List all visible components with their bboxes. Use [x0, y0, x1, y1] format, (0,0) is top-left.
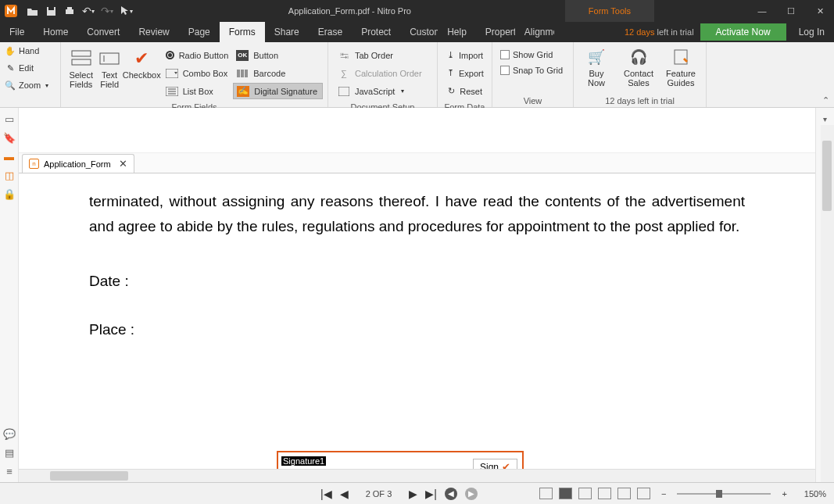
vertical-scrollbar[interactable] — [821, 125, 834, 482]
export-button[interactable]: ⤒Export — [442, 65, 487, 81]
maximize-icon[interactable]: ☐ — [777, 0, 805, 22]
zoom-tool[interactable]: 🔍Zoom▾ — [0, 77, 60, 94]
bookmarks-panel-icon[interactable]: 🔖 — [3, 131, 16, 144]
activate-button[interactable]: Activate Now — [700, 23, 786, 41]
view-thumb-icon[interactable] — [617, 488, 631, 499]
output-panel-icon[interactable]: ▤ — [3, 446, 16, 459]
attachments-panel-icon[interactable]: 🔒 — [3, 188, 16, 200]
last-page-icon[interactable]: ▶| — [425, 488, 437, 500]
menu-home[interactable]: Home — [34, 22, 77, 42]
menu-forms[interactable]: Forms — [220, 22, 265, 42]
snap-grid-toggle[interactable]: Snap To Grid — [497, 63, 566, 78]
ribbon: ✋Hand ✎Edit 🔍Zoom▾ Select Fields Text Fi… — [0, 42, 834, 108]
signature-field[interactable]: Signature1 Sign✔ — [277, 451, 524, 469]
zoom-knob[interactable] — [716, 490, 722, 498]
print-icon[interactable] — [61, 2, 78, 20]
signature-icon: ✍ — [237, 86, 249, 97]
window-title: Application_Form.pdf - Nitro Pro — [134, 6, 565, 16]
hand-tool[interactable]: ✋Hand — [0, 42, 60, 59]
next-page-icon[interactable]: ▶ — [409, 488, 417, 500]
scrollbar-thumb[interactable] — [822, 141, 832, 211]
zoom-in-icon[interactable]: + — [782, 489, 786, 499]
date-label: Date : — [89, 273, 745, 290]
view-continuous-icon[interactable] — [559, 488, 572, 499]
prev-view-icon[interactable]: ◀ — [445, 488, 457, 500]
menu-review[interactable]: Review — [129, 22, 178, 42]
calc-order-button[interactable]: ∑Calculation Order — [333, 65, 432, 81]
close-icon[interactable]: ✕ — [806, 0, 834, 22]
comment-panel-icon[interactable]: 💬 — [3, 427, 16, 440]
pages-panel-icon[interactable]: ▭ — [3, 113, 16, 125]
view-single-icon[interactable] — [539, 488, 553, 499]
radio-icon — [166, 51, 174, 59]
scrollbar-thumb[interactable] — [50, 471, 128, 481]
text-field-button[interactable]: Text Field — [96, 45, 122, 95]
select-fields-button[interactable]: Select Fields — [66, 45, 96, 95]
show-grid-toggle[interactable]: Show Grid — [497, 47, 556, 63]
tab-order-button[interactable]: ⭾Tab Order — [333, 47, 432, 63]
checkbox-button[interactable]: ✔ Checkbox — [123, 45, 161, 95]
zoom-level[interactable]: 150% — [804, 489, 826, 499]
ribbon-collapse-icon[interactable]: ⌃ — [822, 95, 829, 105]
find-panel-icon[interactable]: ≡ — [3, 465, 16, 477]
digital-signature-button[interactable]: ✍Digital Signature — [233, 83, 323, 99]
calc-icon: ∑ — [338, 68, 350, 79]
menu-share[interactable]: Share — [265, 22, 309, 42]
redo-icon[interactable]: ↷▾ — [98, 2, 116, 20]
horizontal-scrollbar[interactable] — [19, 469, 815, 482]
menu-convert[interactable]: Convert — [77, 22, 129, 42]
menu-page-layout[interactable]: Page Layout — [179, 22, 220, 42]
view-full-icon[interactable] — [637, 488, 650, 499]
layers-panel-icon[interactable]: ◫ — [3, 169, 16, 181]
save-icon[interactable] — [42, 2, 59, 20]
tab-close-icon[interactable]: ✕ — [119, 158, 127, 170]
buy-now-button[interactable]: 🛒Buy Now — [575, 44, 617, 94]
barcode-button[interactable]: Barcode — [233, 65, 323, 81]
javascript-button[interactable]: JavaScript▾ — [333, 83, 432, 99]
menu-file[interactable]: File — [0, 22, 34, 42]
edit-tool[interactable]: ✎Edit — [0, 59, 60, 77]
place-label: Place : — [89, 321, 152, 338]
sign-button[interactable]: Sign✔ — [473, 459, 517, 469]
chevron-down-icon[interactable]: ▾ — [819, 113, 832, 125]
radio-button-button[interactable]: Radio Button — [161, 47, 234, 63]
import-button[interactable]: ⤓Import — [442, 47, 487, 63]
list-box-button[interactable]: List Box — [161, 83, 234, 99]
menu-help[interactable]: Help — [438, 22, 476, 42]
minimize-icon[interactable]: — — [748, 0, 776, 22]
view-facing-continuous-icon[interactable] — [598, 488, 611, 499]
signatures-panel-icon[interactable]: ▬ — [3, 150, 16, 163]
undo-icon[interactable]: ↶▾ — [80, 2, 97, 20]
document-tabs: n Application_Form ✕ — [19, 153, 815, 173]
button-field-button[interactable]: OKButton — [233, 47, 323, 63]
ribbon-group-assist: 🛒Buy Now 🎧Contact Sales Feature Guides 1… — [574, 42, 707, 107]
feature-guides-button[interactable]: Feature Guides — [660, 44, 702, 94]
checkbox-icon: ✔ — [130, 48, 153, 69]
select-tool-icon[interactable]: ▾ — [117, 2, 134, 20]
reset-button[interactable]: ↻Reset — [442, 83, 487, 99]
check-icon: ✔ — [502, 461, 510, 469]
prev-page-icon[interactable]: ◀ — [340, 488, 349, 500]
svg-rect-2 — [48, 7, 54, 10]
menu-protect[interactable]: Protect — [352, 22, 400, 42]
context-tab-label[interactable]: Form Tools — [565, 0, 654, 22]
contact-sales-button[interactable]: 🎧Contact Sales — [617, 44, 660, 94]
login-button[interactable]: Log In — [789, 27, 834, 38]
zoom-slider[interactable] — [677, 493, 771, 495]
zoom-out-icon[interactable]: − — [661, 489, 666, 499]
menu-alignment[interactable]: Alignment — [515, 22, 554, 42]
ribbon-group-form-fields: Select Fields Text Field ✔ Checkbox Radi… — [61, 42, 328, 107]
document-tab[interactable]: n Application_Form ✕ — [22, 154, 134, 173]
menu-properties[interactable]: Properties — [476, 22, 515, 42]
next-view-icon[interactable]: ▶ — [465, 488, 478, 500]
first-page-icon[interactable]: |◀ — [320, 488, 332, 500]
checkbox-icon — [500, 66, 510, 75]
view-facing-icon[interactable] — [578, 488, 592, 499]
menu-erase[interactable]: Erase — [309, 22, 352, 42]
menu-customize[interactable]: Customize — [400, 22, 438, 42]
trial-indicator: 12 days left in trial — [625, 27, 694, 37]
page-indicator[interactable]: 2 OF 3 — [366, 489, 392, 499]
open-icon[interactable] — [23, 2, 41, 20]
page-view[interactable]: terminated, without assigning any reason… — [19, 173, 815, 469]
combo-box-button[interactable]: Combo Box — [161, 65, 234, 81]
